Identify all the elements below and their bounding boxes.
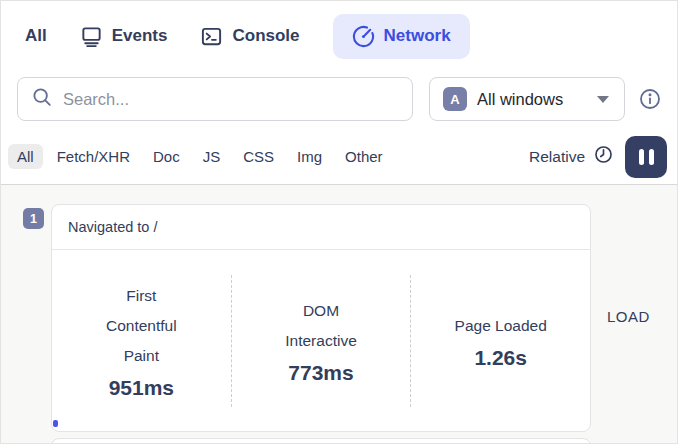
metric-label: First Contentful Paint (52, 281, 231, 371)
tab-all-label: All (25, 26, 47, 46)
filter-row: All Fetch/XHR Doc JS CSS Img Other Relat… (1, 129, 677, 185)
request-timing-bar (53, 420, 58, 427)
window-filter-dropdown[interactable]: A All windows (429, 77, 625, 121)
info-icon (638, 87, 662, 111)
filter-img[interactable]: Img (288, 144, 331, 169)
window-badge: A (443, 87, 467, 111)
network-request-list: 1 Navigated to / First Contentful Paint … (1, 185, 677, 443)
request-card: Navigated to / First Contentful Paint 95… (51, 204, 591, 432)
network-gauge-icon (352, 25, 375, 48)
request-index-badge: 1 (23, 208, 44, 229)
time-mode-toggle[interactable]: Relative (529, 144, 614, 169)
resource-type-filters: All Fetch/XHR Doc JS CSS Img Other (8, 144, 392, 169)
tab-network-label: Network (384, 26, 451, 46)
filter-css[interactable]: CSS (234, 144, 283, 169)
metric-dom-interactive: DOM Interactive 773ms (232, 296, 411, 387)
clock-icon (593, 144, 614, 169)
search-icon (31, 86, 53, 112)
metric-value: 1.26s (411, 344, 590, 372)
filter-js[interactable]: JS (194, 144, 230, 169)
tab-events-label: Events (112, 26, 168, 46)
next-request-card[interactable] (51, 438, 591, 444)
search-box (17, 77, 413, 121)
filter-other[interactable]: Other (336, 144, 392, 169)
filter-fetch-xhr[interactable]: Fetch/XHR (48, 144, 139, 169)
tab-events[interactable]: Events (80, 25, 168, 48)
filter-all[interactable]: All (8, 144, 43, 169)
filter-doc[interactable]: Doc (144, 144, 189, 169)
metric-page-loaded: Page Loaded 1.26s (411, 311, 590, 372)
metric-value: 773ms (232, 359, 411, 387)
time-mode-label: Relative (529, 148, 585, 166)
chevron-down-icon (597, 96, 609, 103)
request-title[interactable]: Navigated to / (52, 205, 590, 250)
metric-value: 951ms (52, 374, 231, 402)
filter-row-right: Relative (529, 136, 667, 178)
pause-icon (639, 149, 644, 165)
metric-label: DOM Interactive (232, 296, 411, 356)
metric-label: Page Loaded (411, 311, 590, 341)
info-button[interactable] (638, 87, 662, 111)
pause-button[interactable] (625, 136, 667, 178)
tab-console-label: Console (232, 26, 299, 46)
console-icon (200, 25, 223, 48)
window-filter-value: All windows (477, 90, 587, 109)
page-metrics: First Contentful Paint 951ms DOM Interac… (52, 251, 590, 431)
tabs-row: All Events Console (1, 1, 677, 71)
tab-all[interactable]: All (25, 26, 47, 46)
devtools-panel: All Events Console (0, 0, 678, 444)
search-input[interactable] (63, 90, 399, 109)
tab-network[interactable]: Network (333, 14, 470, 59)
metric-first-contentful-paint: First Contentful Paint 951ms (52, 281, 231, 402)
request-type-label: LOAD (607, 308, 650, 325)
events-icon (80, 25, 103, 48)
tab-console[interactable]: Console (200, 25, 299, 48)
